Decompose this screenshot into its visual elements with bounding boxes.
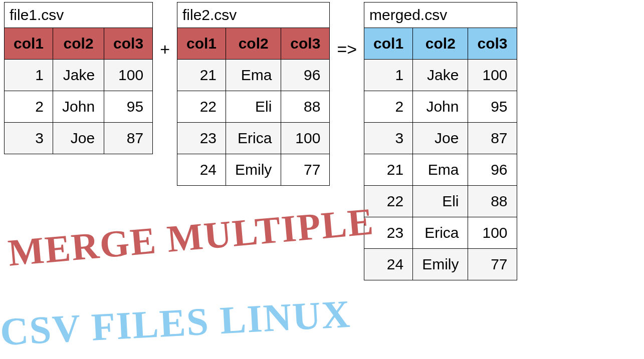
table-cell: 21 bbox=[177, 60, 226, 91]
table-cell: Jake bbox=[413, 60, 468, 91]
table-cell: John bbox=[53, 91, 104, 123]
table-row: 21Ema96 bbox=[364, 154, 517, 186]
column-header: col3 bbox=[281, 28, 330, 60]
table-file1: file1.csvcol1col2col31Jake1002John953Joe… bbox=[4, 2, 153, 154]
table-cell: Ema bbox=[226, 60, 281, 91]
column-header: col2 bbox=[413, 28, 468, 60]
table-cell: 1 bbox=[5, 60, 53, 91]
table-cell: Emily bbox=[413, 249, 468, 280]
table-cell: Erica bbox=[226, 123, 281, 154]
table-cell: Ema bbox=[413, 154, 468, 186]
table-row: 23Erica100 bbox=[364, 217, 517, 249]
table-cell: 77 bbox=[281, 154, 330, 186]
table-cell: 22 bbox=[177, 91, 226, 123]
table-row: 2John95 bbox=[5, 91, 153, 123]
table-cell: 24 bbox=[364, 249, 413, 280]
table-row: 3Joe87 bbox=[5, 123, 153, 154]
table-cell: 2 bbox=[5, 91, 53, 123]
table-cell: Eli bbox=[413, 186, 468, 217]
table-cell: 96 bbox=[468, 154, 517, 186]
table-cell: 100 bbox=[468, 217, 517, 249]
table-title: file2.csv bbox=[177, 3, 329, 28]
plus-operator: + bbox=[153, 40, 177, 59]
table-cell: 88 bbox=[468, 186, 517, 217]
table-row: 21Ema96 bbox=[177, 60, 329, 91]
arrow-operator: => bbox=[330, 40, 364, 59]
table-cell: 95 bbox=[468, 91, 517, 123]
table-cell: 87 bbox=[468, 123, 517, 154]
table-cell: 24 bbox=[177, 154, 226, 186]
table-row: 22Eli88 bbox=[364, 186, 517, 217]
table-row: 2John95 bbox=[364, 91, 517, 123]
table-row: 3Joe87 bbox=[364, 123, 517, 154]
column-header: col3 bbox=[468, 28, 517, 60]
table-cell: Eli bbox=[226, 91, 281, 123]
table-cell: 2 bbox=[364, 91, 413, 123]
table-cell: 21 bbox=[364, 154, 413, 186]
column-header: col1 bbox=[364, 28, 413, 60]
caption-line2: CSV FILES LINUX bbox=[0, 291, 352, 355]
column-header: col2 bbox=[53, 28, 104, 60]
table-title: merged.csv bbox=[364, 3, 517, 28]
column-header: col1 bbox=[177, 28, 226, 60]
table-cell: 77 bbox=[468, 249, 517, 280]
table-cell: 87 bbox=[104, 123, 153, 154]
table-row: 1Jake100 bbox=[364, 60, 517, 91]
table-title: file1.csv bbox=[5, 3, 153, 28]
table-cell: 1 bbox=[364, 60, 413, 91]
table-file2: file2.csvcol1col2col321Ema9622Eli8823Eri… bbox=[177, 2, 330, 186]
table-row: 24Emily77 bbox=[364, 249, 517, 280]
column-header: col1 bbox=[5, 28, 53, 60]
table-row: 1Jake100 bbox=[5, 60, 153, 91]
table-cell: 3 bbox=[5, 123, 53, 154]
table-cell: 3 bbox=[364, 123, 413, 154]
table-row: 24Emily77 bbox=[177, 154, 329, 186]
table-cell: 100 bbox=[104, 60, 153, 91]
table-cell: Joe bbox=[53, 123, 104, 154]
table-cell: John bbox=[413, 91, 468, 123]
table-cell: 100 bbox=[468, 60, 517, 91]
table-cell: Emily bbox=[226, 154, 281, 186]
table-merged: merged.csvcol1col2col31Jake1002John953Jo… bbox=[364, 2, 517, 280]
table-cell: Joe bbox=[413, 123, 468, 154]
column-header: col3 bbox=[104, 28, 153, 60]
table-cell: 23 bbox=[177, 123, 226, 154]
table-cell: 95 bbox=[104, 91, 153, 123]
table-cell: 100 bbox=[281, 123, 330, 154]
table-cell: 88 bbox=[281, 91, 330, 123]
table-row: 23Erica100 bbox=[177, 123, 329, 154]
table-cell: Erica bbox=[413, 217, 468, 249]
table-row: 22Eli88 bbox=[177, 91, 329, 123]
table-cell: 96 bbox=[281, 60, 330, 91]
column-header: col2 bbox=[226, 28, 281, 60]
table-cell: Jake bbox=[53, 60, 104, 91]
